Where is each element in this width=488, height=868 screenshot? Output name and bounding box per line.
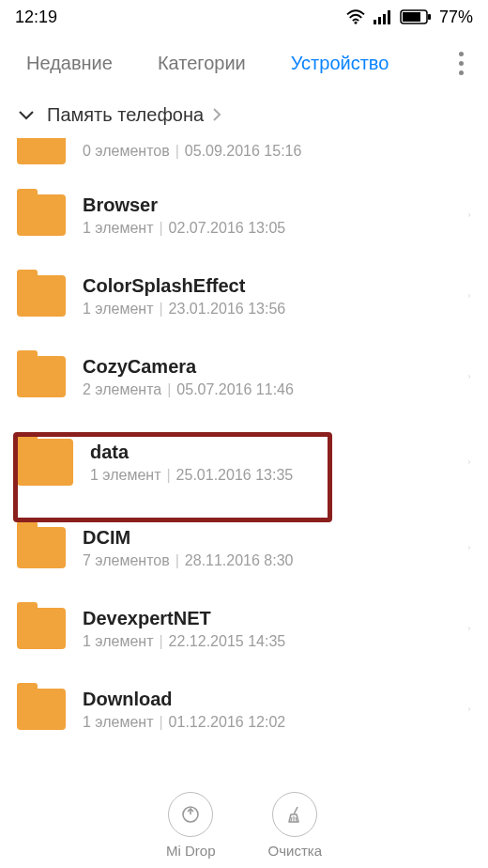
- svg-rect-3: [383, 14, 386, 24]
- status-right: 77%: [345, 8, 473, 27]
- item-name: DCIM: [83, 527, 458, 549]
- midrop-icon: [168, 792, 213, 837]
- chevron-right-icon: [458, 618, 471, 639]
- clean-button[interactable]: Очистка: [268, 792, 322, 859]
- list-item-meta: data 1 элемент|25.01.2016 13:35: [90, 442, 458, 484]
- folder-icon: [17, 689, 66, 730]
- item-date: 02.07.2016 13:05: [169, 220, 286, 236]
- item-count: 7 элементов: [83, 552, 170, 568]
- item-count: 1 элемент: [83, 714, 153, 730]
- wifi-icon: [345, 8, 366, 25]
- item-count: 2 элемента: [83, 381, 161, 397]
- signal-icon: [374, 9, 392, 24]
- item-name: Browser: [83, 194, 458, 216]
- tab-storage[interactable]: Устройство: [291, 53, 389, 74]
- svg-rect-2: [378, 17, 381, 24]
- folder-icon: [17, 439, 73, 486]
- svg-point-0: [355, 22, 358, 24]
- folder-icon: [17, 138, 66, 164]
- folder-icon: [17, 194, 66, 236]
- broom-icon: [272, 792, 317, 837]
- list-item[interactable]: DevexpertNET 1 элемент|22.12.2015 14:35: [0, 588, 488, 669]
- item-name: Download: [83, 689, 458, 710]
- battery-percent: 77%: [439, 8, 473, 27]
- svg-rect-1: [374, 20, 376, 24]
- chevron-right-icon: [458, 205, 471, 225]
- list-item[interactable]: CozyCamera 2 элемента|05.07.2016 11:46: [0, 336, 488, 417]
- folder-list: 0 элементов|05.09.2016 15:16 Browser 1 э…: [0, 135, 488, 750]
- bottom-bar: Mi Drop Очистка: [0, 782, 488, 868]
- status-time: 12:19: [15, 8, 57, 27]
- list-item[interactable]: Download 1 элемент|01.12.2016 12:02: [0, 669, 488, 750]
- item-date: 05.07.2016 11:46: [176, 381, 294, 397]
- item-date: 25.01.2016 13:35: [176, 467, 294, 483]
- tabs: Недавние Категории Устройство: [0, 34, 488, 92]
- chevron-right-icon: [458, 286, 471, 306]
- tab-categories[interactable]: Категории: [158, 53, 246, 74]
- midrop-label: Mi Drop: [166, 843, 216, 859]
- item-name: ColorSplashEffect: [83, 275, 458, 297]
- folder-icon: [17, 608, 66, 649]
- status-bar: 12:19 77%: [0, 0, 488, 34]
- list-item-meta: Browser 1 элемент|02.07.2016 13:05: [83, 194, 458, 237]
- chevron-right-icon: [458, 537, 471, 558]
- menu-icon[interactable]: [451, 44, 471, 83]
- chevron-down-icon: [17, 108, 36, 121]
- clean-label: Очистка: [268, 843, 322, 859]
- midrop-button[interactable]: Mi Drop: [166, 792, 216, 859]
- item-name: data: [90, 442, 458, 463]
- item-count: 0 элементов: [83, 143, 170, 159]
- item-name: CozyCamera: [83, 356, 458, 378]
- list-item-meta: DevexpertNET 1 элемент|22.12.2015 14:35: [83, 608, 458, 650]
- svg-rect-4: [388, 10, 390, 24]
- item-date: 28.11.2016 8:30: [185, 552, 294, 568]
- list-item-meta: DCIM 7 элементов|28.11.2016 8:30: [83, 527, 458, 569]
- list-item[interactable]: 0 элементов|05.09.2016 15:16: [0, 135, 488, 175]
- list-item[interactable]: data 1 элемент|25.01.2016 13:35: [0, 417, 488, 507]
- chevron-right-icon: [458, 452, 471, 473]
- breadcrumb[interactable]: Память телефона: [0, 94, 488, 135]
- folder-icon: [17, 356, 66, 397]
- breadcrumb-label: Память телефона: [47, 104, 204, 126]
- item-name: DevexpertNET: [83, 608, 458, 629]
- folder-icon: [17, 527, 66, 568]
- item-count: 1 элемент: [83, 301, 153, 317]
- chevron-right-icon: [458, 699, 471, 720]
- svg-rect-7: [428, 14, 431, 20]
- chevron-right-icon: [458, 366, 471, 387]
- svg-rect-6: [403, 12, 420, 22]
- item-count: 1 элемент: [90, 467, 160, 483]
- item-date: 05.09.2016 15:16: [185, 143, 302, 159]
- list-item[interactable]: Browser 1 элемент|02.07.2016 13:05: [0, 175, 488, 256]
- folder-icon: [17, 275, 66, 317]
- tab-recent[interactable]: Недавние: [26, 53, 113, 74]
- list-item-meta: Download 1 элемент|01.12.2016 12:02: [83, 689, 458, 731]
- item-date: 23.01.2016 13:56: [169, 301, 286, 317]
- item-count: 1 элемент: [83, 633, 153, 649]
- chevron-right-icon: [211, 106, 222, 123]
- list-item-meta: 0 элементов|05.09.2016 15:16: [83, 143, 471, 160]
- battery-icon: [400, 9, 432, 24]
- list-item-meta: ColorSplashEffect 1 элемент|23.01.2016 1…: [83, 275, 458, 318]
- item-date: 22.12.2015 14:35: [169, 633, 286, 649]
- list-item[interactable]: DCIM 7 элементов|28.11.2016 8:30: [0, 507, 488, 588]
- item-count: 1 элемент: [83, 220, 153, 236]
- item-date: 01.12.2016 12:02: [169, 714, 286, 730]
- list-item-meta: CozyCamera 2 элемента|05.07.2016 11:46: [83, 356, 458, 398]
- list-item[interactable]: ColorSplashEffect 1 элемент|23.01.2016 1…: [0, 256, 488, 336]
